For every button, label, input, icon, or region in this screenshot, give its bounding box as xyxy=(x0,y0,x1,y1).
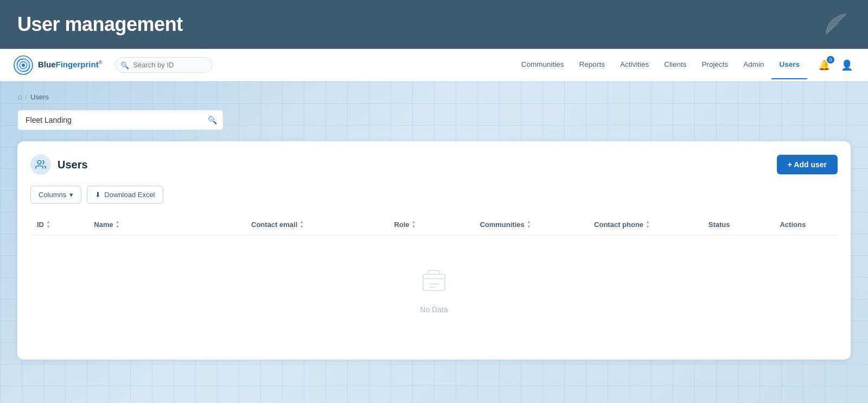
org-search-icon: 🔍 xyxy=(208,116,217,124)
org-search-wrap: 🔍 xyxy=(17,110,224,130)
nav-link-clients[interactable]: Clients xyxy=(656,51,694,79)
breadcrumb-separator: / xyxy=(25,93,27,101)
th-actions: Actions xyxy=(773,215,838,235)
nav-link-communities[interactable]: Communities xyxy=(514,51,572,79)
columns-chevron-icon: ▾ xyxy=(69,191,73,199)
th-email: Contact email ▲▼ xyxy=(245,215,387,235)
sort-role-icon[interactable]: ▲▼ xyxy=(412,220,416,229)
download-label: Download Excel xyxy=(104,191,155,199)
columns-button[interactable]: Columns ▾ xyxy=(30,186,81,204)
toolbar: Columns ▾ ⬇ Download Excel xyxy=(30,186,838,204)
download-icon: ⬇ xyxy=(95,191,101,199)
main-content: ⌂ / Users 🔍 Users + Add user xyxy=(0,81,868,403)
breadcrumb-home-icon[interactable]: ⌂ xyxy=(17,92,22,101)
users-card: Users + Add user Columns ▾ ⬇ Download Ex… xyxy=(17,141,851,360)
card-header: Users + Add user xyxy=(30,154,838,175)
svg-rect-5 xyxy=(423,274,445,291)
svg-point-3 xyxy=(22,64,25,67)
header-leaf-icon xyxy=(822,10,851,39)
card-title-wrap: Users xyxy=(30,154,88,175)
sort-name-icon[interactable]: ▲▼ xyxy=(116,220,120,229)
table-wrap: ID ▲▼ Name ▲▼ xyxy=(30,215,838,347)
nav-link-projects[interactable]: Projects xyxy=(694,51,736,79)
nav-actions: 🔔 0 👤 xyxy=(816,57,855,73)
th-phone: Contact phone ▲▼ xyxy=(588,215,702,235)
search-icon: 🔍 xyxy=(120,61,129,69)
nav-link-admin[interactable]: Admin xyxy=(736,51,771,79)
brand-fingerprint-icon xyxy=(13,55,34,75)
search-input[interactable] xyxy=(115,57,213,73)
card-title: Users xyxy=(58,159,88,171)
nav-link-activities[interactable]: Activities xyxy=(612,51,656,79)
nav-link-reports[interactable]: Reports xyxy=(572,51,612,79)
th-role: Role ▲▼ xyxy=(387,215,473,235)
notifications-button[interactable]: 🔔 0 xyxy=(816,57,832,73)
users-table: ID ▲▼ Name ▲▼ xyxy=(30,215,838,347)
org-search-input[interactable] xyxy=(17,110,224,130)
sort-id-icon[interactable]: ▲▼ xyxy=(46,220,50,229)
sort-email-icon[interactable]: ▲▼ xyxy=(299,220,304,229)
notification-badge: 0 xyxy=(827,56,834,64)
th-status: Status xyxy=(702,215,774,235)
table-header: ID ▲▼ Name ▲▼ xyxy=(30,215,838,235)
brand[interactable]: BlueFingerprint® xyxy=(13,55,102,75)
users-icon xyxy=(30,154,51,175)
sort-communities-icon[interactable]: ▲▼ xyxy=(527,220,531,229)
svg-point-4 xyxy=(37,161,41,165)
table-body: No Data xyxy=(30,235,838,347)
columns-label: Columns xyxy=(39,191,66,199)
nav-links: Communities Reports Activities Clients P… xyxy=(514,51,807,79)
user-profile-button[interactable]: 👤 xyxy=(839,57,855,73)
navbar: BlueFingerprint® 🔍 Communities Reports A… xyxy=(0,49,868,81)
empty-icon xyxy=(30,268,838,300)
nav-link-users[interactable]: Users xyxy=(771,51,807,79)
th-name: Name ▲▼ xyxy=(87,215,245,235)
sort-phone-icon[interactable]: ▲▼ xyxy=(646,220,650,229)
th-communities: Communities ▲▼ xyxy=(473,215,588,235)
brand-name: BlueFingerprint® xyxy=(38,60,102,70)
add-user-button[interactable]: + Add user xyxy=(777,155,838,174)
search-wrap: 🔍 xyxy=(115,57,213,73)
page-header: User management xyxy=(0,0,868,49)
empty-text: No Data xyxy=(30,305,838,314)
th-id: ID ▲▼ xyxy=(30,215,87,235)
empty-state: No Data xyxy=(30,235,838,347)
breadcrumb-current: Users xyxy=(30,93,49,101)
page-title: User management xyxy=(17,13,183,36)
download-excel-button[interactable]: ⬇ Download Excel xyxy=(87,186,163,204)
breadcrumb: ⌂ / Users xyxy=(17,92,851,101)
